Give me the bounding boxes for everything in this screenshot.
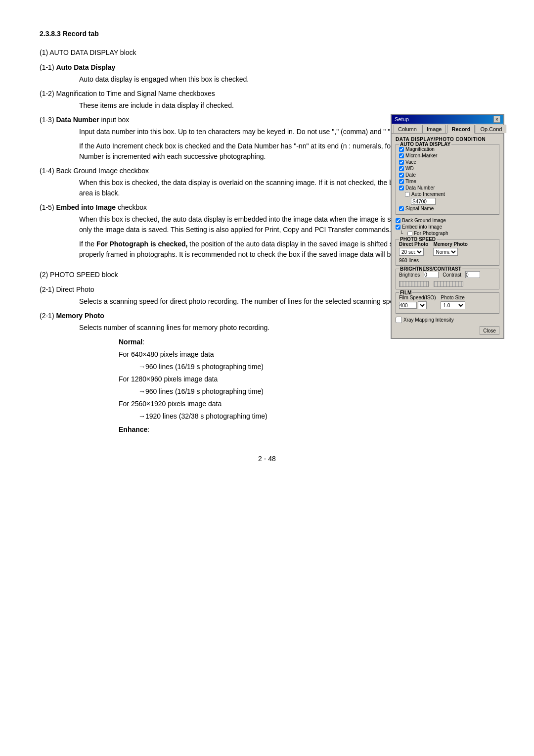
memory-photo-select[interactable]: Normal (433, 248, 458, 256)
data-number-input[interactable] (411, 198, 436, 205)
tab-opcond[interactable]: Op.Cond (476, 125, 506, 133)
sub1: (1-1) Auto Data Display Auto data displa… (40, 63, 494, 85)
normal-item-5: →1920 lines (32/38 s photographing time) (40, 411, 494, 422)
contrast-slider[interactable] (434, 281, 463, 287)
normal-item-3: →960 lines (16/19 s photographing time) (40, 386, 494, 397)
enhance-label: Enhance: (40, 425, 494, 435)
sub1-text: Auto data display is engaged when this b… (40, 74, 494, 85)
cb-embed-into-image[interactable]: Embed into Image (396, 224, 499, 230)
brightness-row: Brightnes Contrast (399, 271, 496, 278)
cb-auto-increment[interactable]: Auto Increment (399, 191, 496, 197)
photo-speed-legend: PHOTO SPEED (399, 236, 437, 242)
film-speed-select[interactable] (418, 301, 427, 309)
xray-checkbox[interactable] (396, 317, 402, 323)
cb-micron-marker[interactable]: Micron-Marker (399, 153, 496, 158)
lines-text: 960 lines (399, 258, 496, 263)
auto-display-legend: AUTO DATA DISPLAY (399, 142, 451, 147)
dialog-tabs: Column Image Record Op.Cond (392, 124, 503, 134)
section-title-block: 2.3.8.3 Record tab (40, 30, 494, 38)
cb-magnification[interactable]: Magnification (399, 146, 496, 152)
direct-photo-select[interactable]: 20 sec (399, 248, 424, 256)
sliders-row (399, 280, 496, 287)
cb-back-ground-image[interactable]: Back Ground Image (396, 218, 499, 223)
sub2-text: These items are include in data display … (40, 100, 494, 111)
tab-column[interactable]: Column (394, 125, 421, 133)
direct-photo-label: Direct Photo (399, 241, 428, 247)
cb-date[interactable]: Date (399, 172, 496, 178)
cb-time[interactable]: Time (399, 179, 496, 184)
data-number-input-row (411, 198, 496, 205)
sub2: (1-2) Magnification to Time and Signal N… (40, 90, 494, 111)
dialog-body: DATA DISPLAY/PHOTO CONDITION AUTO DATA D… (392, 134, 503, 338)
normal-item-1: →960 lines (16/19 s photographing time) (40, 362, 494, 372)
normal-item-0: For 640×480 pixels image data (40, 349, 494, 360)
film-size-label: Photo Size (441, 295, 465, 300)
dialog-close-button[interactable]: × (493, 116, 500, 123)
page-number: 2 - 48 (40, 455, 494, 463)
film-speed-label: Film Speed(ISO) (399, 295, 436, 300)
film-speed-input[interactable] (399, 302, 417, 309)
cb-vacc[interactable]: Vacc (399, 159, 496, 165)
tab-record[interactable]: Record (447, 125, 475, 134)
block1-title: (1) AUTO DATA DISPLAY block (40, 48, 494, 56)
xray-row: Xray Mapping Intensity (396, 317, 499, 323)
memory-photo-col: Memory Photo Normal (433, 241, 467, 256)
sub1-title: (1-1) Auto Data Display (40, 63, 494, 71)
film-size-col: Photo Size 1.0 (441, 295, 465, 309)
film-row: Film Speed(ISO) Photo Size 1.0 (399, 295, 496, 309)
xray-label: Xray Mapping Intensity (403, 317, 454, 323)
contrast-label: Contrast (443, 272, 461, 278)
brightness-legend: BRIGHTNESS/CONTRAST (399, 266, 462, 272)
brightness-input[interactable] (424, 271, 439, 278)
contrast-input[interactable] (465, 271, 480, 278)
photo-speed-group: PHOTO SPEED Direct Photo 20 sec Memory P… (396, 239, 499, 266)
sub2-title: (1-2) Magnification to Time and Signal N… (40, 90, 494, 97)
tab-image[interactable]: Image (422, 125, 446, 133)
direct-photo-col: Direct Photo 20 sec (399, 241, 428, 256)
dialog-titlebar: Setup × (392, 115, 503, 124)
brightness-group: BRIGHTNESS/CONTRAST Brightnes Contrast (396, 269, 499, 289)
brightness-label: Brightnes (399, 272, 420, 278)
cb-signal-name[interactable]: Signal Name (399, 206, 496, 211)
setup-dialog: Setup × Column Image Record Op.Cond DATA… (391, 114, 504, 339)
normal-item-2: For 1280×960 pixels image data (40, 374, 494, 384)
film-size-select[interactable]: 1.0 (441, 301, 465, 309)
cb-data-number[interactable]: Data Number (399, 185, 496, 190)
photo-speed-row: Direct Photo 20 sec Memory Photo Normal (399, 241, 496, 256)
normal-item-4: For 2560×1920 pixels image data (40, 399, 494, 409)
close-button[interactable]: Close (480, 326, 499, 335)
cb-for-photograph[interactable]: For Photograph (396, 231, 499, 236)
brightness-slider[interactable] (399, 281, 429, 287)
auto-display-group: AUTO DATA DISPLAY Magnification Micron-M… (396, 144, 499, 215)
film-legend: FILM (399, 290, 412, 295)
film-group: FILM Film Speed(ISO) Photo Size 1.0 (396, 292, 499, 314)
film-speed-col: Film Speed(ISO) (399, 295, 436, 309)
section-title: 2.3.8.3 Record tab (40, 30, 494, 38)
memory-photo-label: Memory Photo (433, 241, 467, 247)
dialog-title: Setup (395, 116, 409, 122)
cb-wd[interactable]: WD (399, 166, 496, 171)
